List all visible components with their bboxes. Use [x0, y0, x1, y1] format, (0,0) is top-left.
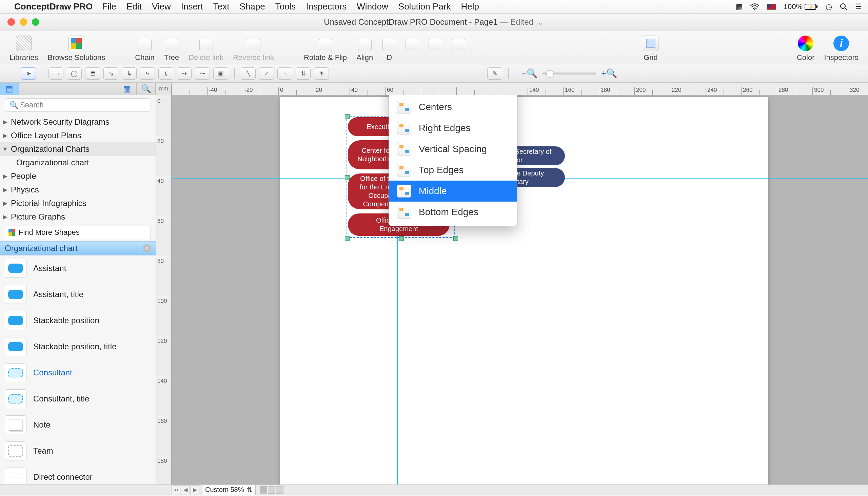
- library-search-toggle[interactable]: 🔍: [137, 83, 155, 95]
- library-view-grid[interactable]: ▦: [118, 83, 137, 95]
- shape-list-item[interactable]: Consultant: [0, 360, 155, 386]
- flag-icon[interactable]: [767, 4, 776, 10]
- connector-4[interactable]: ⤹: [158, 67, 173, 80]
- line-tool-3[interactable]: ⟍: [278, 67, 292, 80]
- toolbar-color[interactable]: Color: [797, 35, 815, 62]
- menu-solution-park[interactable]: Solution Park: [399, 1, 451, 12]
- toolbar-reverse-link[interactable]: Reverse link: [233, 39, 274, 62]
- dropdown-item[interactable]: Bottom Edges: [389, 202, 517, 222]
- toolbar-distribute[interactable]: D: [383, 39, 396, 62]
- menu-view[interactable]: View: [152, 1, 171, 12]
- toolbar-extra-1[interactable]: [405, 39, 419, 62]
- page-prev[interactable]: ◀: [181, 485, 190, 494]
- search-input[interactable]: [5, 98, 151, 112]
- shape-list-item[interactable]: Note: [0, 412, 155, 438]
- line-tool-1[interactable]: ╲: [241, 67, 256, 80]
- menu-insert[interactable]: Insert: [181, 1, 203, 12]
- resize-handle[interactable]: [399, 236, 404, 241]
- menu-text[interactable]: Text: [213, 1, 229, 12]
- toolbar-extra-3[interactable]: [452, 39, 465, 62]
- page-tab[interactable]: [276, 486, 283, 494]
- dropdown-item[interactable]: Centers: [389, 96, 517, 118]
- zoom-in-icon[interactable]: +🔍: [601, 68, 617, 79]
- dropdown-item[interactable]: Vertical Spacing: [389, 139, 517, 159]
- connector-3[interactable]: ⤷: [140, 67, 155, 80]
- canvas-viewport[interactable]: Executive SecretariatCenter for Faith-ba…: [171, 95, 868, 484]
- menu-window[interactable]: Window: [357, 1, 388, 12]
- resize-handle[interactable]: [345, 175, 349, 180]
- connector-7[interactable]: ▣: [213, 67, 228, 80]
- toolbar-delete-link[interactable]: Delete link: [189, 39, 223, 62]
- line-tool-5[interactable]: ✶: [314, 67, 329, 80]
- zoom-combo[interactable]: Custom 58%⇅: [202, 485, 256, 495]
- disclosure-triangle-icon[interactable]: ▶: [2, 213, 8, 220]
- tree-item[interactable]: ▶Picture Graphs: [0, 210, 155, 223]
- shape-list-item[interactable]: Team: [0, 438, 155, 464]
- disclosure-triangle-icon[interactable]: ▶: [2, 186, 8, 193]
- toolbar-extra-2[interactable]: [429, 39, 442, 62]
- shape-list-item[interactable]: Stackable position, title: [0, 334, 155, 360]
- disclosure-triangle-icon[interactable]: ▶: [2, 118, 8, 126]
- find-more-shapes[interactable]: Find More Shapes: [5, 226, 151, 239]
- toolbar-align[interactable]: Align: [356, 39, 373, 62]
- text-tool[interactable]: ≣: [85, 67, 100, 80]
- connector-2[interactable]: ↳: [122, 67, 137, 80]
- zoom-out-icon[interactable]: −🔍: [522, 68, 537, 79]
- dropdown-item[interactable]: Middle: [389, 181, 517, 202]
- pointer-tool[interactable]: ➤: [21, 67, 36, 80]
- connector-1[interactable]: ↘: [103, 67, 118, 80]
- tree-item[interactable]: ▶Office Layout Plans: [0, 129, 155, 142]
- page-first[interactable]: ⏮: [171, 485, 180, 494]
- connector-5[interactable]: ⇢: [177, 67, 192, 80]
- toolbar-libraries[interactable]: Libraries: [10, 35, 38, 62]
- shape-list-item[interactable]: Assistant, title: [0, 281, 155, 308]
- edit-tool-1[interactable]: ✎: [487, 67, 502, 80]
- tree-item[interactable]: ▶Physics: [0, 183, 155, 197]
- shape-list-item[interactable]: Direct connector: [0, 464, 155, 484]
- tree-item[interactable]: ▶Network Security Diagrams: [0, 115, 155, 129]
- connector-6[interactable]: ⤳: [195, 67, 210, 80]
- toolbar-tree[interactable]: Tree: [164, 39, 179, 62]
- tree-item[interactable]: Organizational chart: [0, 156, 155, 169]
- toolbar-chain[interactable]: Chain: [135, 39, 154, 62]
- shape-list-item[interactable]: Assistant: [0, 255, 155, 281]
- toolbar-inspectors[interactable]: i Inspectors: [824, 35, 859, 62]
- resize-handle[interactable]: [345, 114, 349, 119]
- app-name[interactable]: ConceptDraw PRO: [14, 1, 93, 12]
- tree-item[interactable]: ▶People: [0, 169, 155, 183]
- page-tab[interactable]: [260, 486, 267, 494]
- ellipse-tool[interactable]: ◯: [67, 67, 82, 80]
- tree-item[interactable]: ▶Pictorial Infographics: [0, 197, 155, 210]
- line-tool-2[interactable]: ⟋: [259, 67, 274, 80]
- clock-icon[interactable]: ◷: [826, 2, 832, 11]
- shape-list-item[interactable]: Stackable position: [0, 308, 155, 334]
- disclosure-triangle-icon[interactable]: ▶: [2, 132, 8, 139]
- line-tool-4[interactable]: ⇅: [296, 67, 311, 80]
- zoom-slider[interactable]: [542, 73, 596, 75]
- close-window-button[interactable]: [8, 18, 15, 26]
- toolbar-browse-solutions[interactable]: Browse Solutions: [47, 35, 105, 62]
- menu-tools[interactable]: Tools: [275, 1, 296, 12]
- menu-inspectors[interactable]: Inspectors: [306, 1, 346, 12]
- menu-edit[interactable]: Edit: [126, 1, 142, 12]
- resize-handle[interactable]: [453, 236, 458, 241]
- dropdown-item[interactable]: Right Edges: [389, 118, 517, 139]
- disclosure-triangle-icon[interactable]: ▶: [2, 172, 8, 180]
- open-library-title[interactable]: Organizational chart ×: [0, 241, 155, 255]
- menu-file[interactable]: File: [102, 1, 116, 12]
- menu-shape[interactable]: Shape: [239, 1, 265, 12]
- menu-help[interactable]: Help: [461, 1, 479, 12]
- toolbar-rotate-flip[interactable]: Rotate & Flip: [304, 39, 347, 62]
- disclosure-triangle-icon[interactable]: ▶: [2, 200, 8, 207]
- library-view-tree[interactable]: ▤: [0, 83, 19, 95]
- toolbar-grid[interactable]: Grid: [643, 35, 658, 62]
- spotlight-icon[interactable]: [839, 3, 848, 11]
- minimize-window-button[interactable]: [20, 18, 27, 26]
- page-next[interactable]: ▶: [191, 485, 199, 494]
- battery-status[interactable]: 100% ⚡: [783, 2, 818, 11]
- menu-list-icon[interactable]: ☰: [855, 2, 862, 11]
- tree-item[interactable]: ▼Organizational Charts: [0, 142, 155, 156]
- disclosure-triangle-icon[interactable]: ▼: [2, 146, 8, 153]
- resize-handle[interactable]: [345, 236, 349, 241]
- control-center-icon[interactable]: ▦: [736, 2, 743, 11]
